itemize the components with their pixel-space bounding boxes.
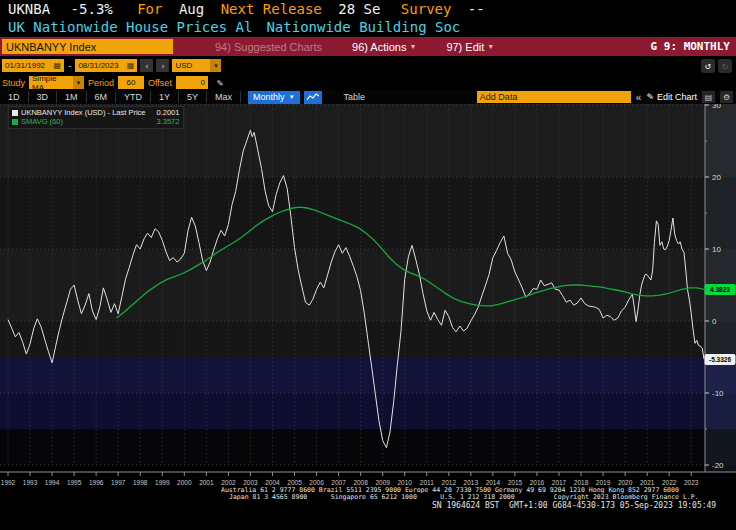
svg-text:2022: 2022 bbox=[662, 479, 677, 486]
svg-text:2012: 2012 bbox=[442, 479, 457, 486]
white-swatch-icon bbox=[12, 110, 18, 116]
calendar-icon[interactable]: ▦ bbox=[53, 61, 61, 70]
legend-label: UKNBANYY Index (USD) - Last Price bbox=[21, 108, 145, 117]
offset-label: Offset bbox=[148, 78, 172, 88]
add-data-input[interactable]: Add Data bbox=[477, 91, 631, 103]
offset-input[interactable]: 0 bbox=[176, 76, 208, 89]
chart-area[interactable]: 3020100-10-20199219931994199519961997199… bbox=[0, 104, 736, 500]
edit-menu[interactable]: 97) Edit ▼ bbox=[446, 41, 494, 53]
suggested-charts-button[interactable]: 94) Suggested Charts bbox=[215, 41, 322, 53]
green-swatch-icon bbox=[12, 119, 18, 125]
tab-ytd[interactable]: YTD bbox=[116, 91, 151, 103]
ticker-input[interactable]: UKNBANYY Index bbox=[2, 39, 173, 54]
svg-text:2003: 2003 bbox=[243, 479, 258, 486]
date-range-separator: - bbox=[67, 61, 72, 71]
survey-label: Survey bbox=[401, 1, 452, 17]
legend-value: 0.2001 bbox=[148, 108, 179, 117]
svg-text:2009: 2009 bbox=[375, 479, 390, 486]
svg-text:1993: 1993 bbox=[23, 479, 38, 486]
frequency-value: Monthly bbox=[253, 92, 285, 102]
svg-text:2019: 2019 bbox=[596, 479, 611, 486]
svg-text:2007: 2007 bbox=[331, 479, 346, 486]
currency-dropdown[interactable]: USD ▼ bbox=[172, 59, 221, 72]
security-summary-line: UKNBA -5.3% For Aug Next Release 28 Se S… bbox=[8, 1, 736, 18]
edit-chart-button[interactable]: ✎ Edit Chart bbox=[646, 92, 697, 102]
tab-max[interactable]: Max bbox=[207, 91, 241, 103]
tab-6m[interactable]: 6M bbox=[87, 91, 117, 103]
svg-text:2000: 2000 bbox=[177, 479, 192, 486]
price-chart[interactable]: 3020100-10-20199219931994199519961997199… bbox=[0, 104, 736, 500]
gear-icon[interactable]: ⚙ bbox=[720, 91, 733, 103]
period-label: Period bbox=[88, 78, 114, 88]
actions-menu[interactable]: 96) Actions ▼ bbox=[352, 41, 416, 53]
caret-down-icon: ▼ bbox=[409, 43, 416, 50]
svg-text:30: 30 bbox=[712, 104, 721, 110]
study-label: Study bbox=[2, 78, 25, 88]
chevron-right-icon[interactable]: › bbox=[156, 59, 169, 72]
footer-session-line: SN 1964624 BST GMT+1:00 G684-4530-173 05… bbox=[0, 501, 736, 510]
redo-icon[interactable]: ↻ bbox=[718, 59, 732, 73]
svg-text:1999: 1999 bbox=[155, 479, 170, 486]
calendar-icon[interactable]: ▦ bbox=[127, 61, 135, 70]
tab-1y[interactable]: 1Y bbox=[151, 91, 179, 103]
frequency-dropdown[interactable]: Monthly ▼ bbox=[248, 91, 299, 104]
legend-item-smavg[interactable]: SMAVG (60) 3.3572 bbox=[12, 117, 179, 126]
svg-text:4.3823: 4.3823 bbox=[710, 286, 730, 293]
study-value: Simple MA bbox=[32, 74, 70, 92]
svg-text:2013: 2013 bbox=[464, 479, 479, 486]
svg-text:20: 20 bbox=[712, 173, 721, 182]
undo-icon[interactable]: ↺ bbox=[701, 59, 715, 73]
tab-table[interactable]: Table bbox=[336, 91, 374, 103]
svg-text:2017: 2017 bbox=[552, 479, 567, 486]
undo-redo-group: ↺ ↻ bbox=[701, 59, 732, 73]
next-release-label: Next Release bbox=[221, 1, 322, 17]
study-toolbar: Study Simple MA ▼ Period 60 Offset 0 ✎ bbox=[0, 75, 736, 90]
svg-text:1998: 1998 bbox=[133, 479, 148, 486]
period-input[interactable]: 60 bbox=[118, 76, 144, 89]
tab-5y[interactable]: 5Y bbox=[179, 91, 207, 103]
actions-label: 96) Actions bbox=[352, 41, 406, 53]
dropdown-arrow-icon: ▼ bbox=[210, 59, 221, 72]
svg-text:2002: 2002 bbox=[221, 479, 236, 486]
chevron-left-icon[interactable]: ‹ bbox=[140, 59, 153, 72]
chart-type-button[interactable] bbox=[304, 91, 322, 104]
security-header: UKNBA -5.3% For Aug Next Release 28 Se S… bbox=[0, 0, 736, 36]
svg-text:2015: 2015 bbox=[508, 479, 523, 486]
start-date-field[interactable]: 01/31/1992 ▦ bbox=[2, 59, 64, 72]
svg-text:10: 10 bbox=[712, 245, 721, 254]
pencil-icon[interactable]: ✎ bbox=[217, 77, 223, 88]
caret-down-icon: ▼ bbox=[289, 94, 295, 100]
svg-text:1992: 1992 bbox=[1, 479, 16, 486]
svg-text:2014: 2014 bbox=[486, 479, 501, 486]
study-dropdown[interactable]: Simple MA ▼ bbox=[29, 76, 84, 89]
security-description: UK Nationwide House Prices Al bbox=[8, 18, 252, 36]
svg-text:2016: 2016 bbox=[530, 479, 545, 486]
notes-icon[interactable]: ▤ bbox=[702, 91, 715, 103]
end-date-field[interactable]: 08/31/2023 ▦ bbox=[75, 59, 137, 72]
last-price-axis-tag: -5.3326 bbox=[705, 354, 736, 365]
svg-text:-10: -10 bbox=[712, 389, 724, 398]
svg-text:1994: 1994 bbox=[45, 479, 60, 486]
svg-text:-5.3326: -5.3326 bbox=[709, 356, 731, 363]
svg-text:1996: 1996 bbox=[89, 479, 104, 486]
collapse-panel-icon[interactable]: « bbox=[636, 92, 642, 103]
chart-band bbox=[0, 429, 736, 465]
tab-3d[interactable]: 3D bbox=[29, 91, 58, 103]
ticker: UKNBA bbox=[8, 1, 50, 17]
tab-1m[interactable]: 1M bbox=[57, 91, 87, 103]
for-value: Aug bbox=[179, 1, 204, 17]
edit-chart-label: Edit Chart bbox=[657, 92, 697, 102]
edit-label: 97) Edit bbox=[446, 41, 484, 53]
caret-down-icon: ▼ bbox=[487, 43, 494, 50]
security-description-line: UK Nationwide House Prices Al Nationwide… bbox=[8, 18, 736, 36]
svg-text:2005: 2005 bbox=[287, 479, 302, 486]
svg-text:2010: 2010 bbox=[397, 479, 412, 486]
legend-item-price[interactable]: UKNBANYY Index (USD) - Last Price 0.2001 bbox=[12, 108, 179, 117]
next-release-value: 28 Se bbox=[338, 1, 380, 17]
bloomberg-terminal-screen: UKNBA -5.3% For Aug Next Release 28 Se S… bbox=[0, 0, 736, 530]
tab-1d[interactable]: 1D bbox=[0, 91, 29, 103]
range-toolbar: 01/31/1992 ▦ - 08/31/2023 ▦ ‹ › USD ▼ ↺ … bbox=[0, 56, 736, 75]
start-date-value: 01/31/1992 bbox=[5, 61, 45, 70]
svg-text:1997: 1997 bbox=[111, 479, 126, 486]
change-value: -5.3% bbox=[71, 1, 113, 17]
